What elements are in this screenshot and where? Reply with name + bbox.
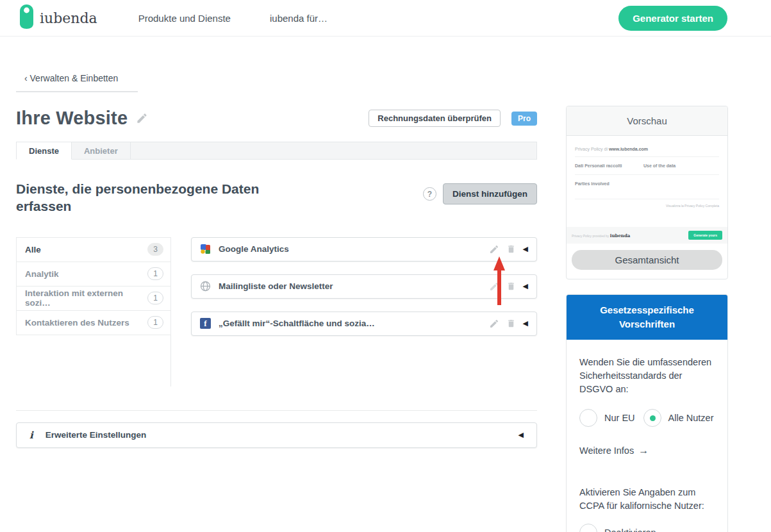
- tab-bar-filler: [131, 142, 537, 160]
- google-icon: [200, 244, 211, 254]
- delete-service-trash-icon[interactable]: [506, 244, 516, 254]
- right-sidebar: Vorschau Privacy Policy di www.iubenda.c…: [566, 106, 728, 532]
- services-area: Alle 3 Analytik 1 Interaktion mit extern…: [16, 237, 537, 387]
- facebook-icon: f: [200, 318, 211, 329]
- law-card-title: Gesetzesspezifische Vorschriften: [567, 295, 727, 340]
- help-icon[interactable]: ?: [423, 187, 436, 201]
- category-item-alle[interactable]: Alle 3: [17, 238, 170, 262]
- collapse-advanced-icon[interactable]: ◀: [518, 431, 524, 438]
- radio-label: Nur EU: [604, 413, 635, 423]
- ccpa-block: Aktivieren Sie Angaben zum CCPA für kali…: [579, 486, 715, 532]
- info-icon: i: [29, 429, 33, 441]
- generator-start-button[interactable]: Generator starten: [618, 6, 727, 31]
- tab-anbieter[interactable]: Anbieter: [72, 142, 131, 160]
- category-filter-column: Alle 3 Analytik 1 Interaktion mit extern…: [16, 237, 171, 387]
- column-divider: [16, 335, 171, 387]
- edit-service-pencil-icon[interactable]: [489, 244, 499, 254]
- category-count-badge: 1: [147, 267, 163, 280]
- category-count-badge: 1: [147, 316, 163, 329]
- collapse-row-icon[interactable]: ◀: [523, 245, 528, 253]
- service-list: Google Analytics ◀: [191, 237, 537, 387]
- law-settings-card: Gesetzesspezifische Vorschriften Wenden …: [566, 294, 728, 532]
- category-label: Interaktion mit externen sozi…: [25, 288, 147, 308]
- mini-generate-button: Generate yours: [688, 231, 722, 240]
- mini-policy-title: Privacy Policy di www.iubenda.com: [575, 147, 719, 157]
- radio-circle[interactable]: [643, 409, 661, 427]
- collapse-row-icon[interactable]: ◀: [523, 320, 528, 327]
- more-info-label: Weitere Infos: [579, 445, 634, 456]
- service-name: Google Analytics: [219, 244, 289, 254]
- radio-option-nur-eu[interactable]: Nur EU: [579, 409, 635, 427]
- edit-service-pencil-icon[interactable]: [489, 319, 499, 329]
- edit-title-pencil-icon[interactable]: [136, 112, 148, 124]
- tab-bar: Dienste Anbieter: [16, 142, 537, 160]
- service-row-like-button[interactable]: f „Gefällt mir“-Schaltfläche und sozia… …: [191, 312, 537, 336]
- advanced-settings-bar[interactable]: i Erweiterte Einstellungen ◀: [16, 422, 537, 448]
- mini-policy-meta: Visualizza la Privacy Policy Completa: [575, 199, 719, 208]
- page-title: Ihre Website: [16, 108, 128, 129]
- main-nav: Produkte und Dienste iubenda für…: [138, 13, 327, 24]
- mini-policy-parties: Parties involved: [575, 175, 719, 199]
- category-item-analytik[interactable]: Analytik 1: [17, 262, 170, 287]
- ccpa-question: Aktivieren Sie Angaben zum CCPA für kali…: [579, 486, 715, 513]
- mini-policy-columns: Dati Personali raccolti Use of the data: [575, 157, 719, 175]
- category-list: Alle 3 Analytik 1 Interaktion mit extern…: [16, 237, 171, 335]
- gdpr-block: Wenden Sie die umfassenderen Sicherheits…: [579, 356, 715, 456]
- radio-option-alle-nutzer[interactable]: Alle Nutzer: [643, 409, 714, 427]
- radio-circle[interactable]: [579, 524, 597, 532]
- globe-icon: [200, 281, 211, 292]
- mini-view-full-link: Visualizza la Privacy Policy Completa: [666, 204, 719, 208]
- category-label: Analytik: [25, 269, 59, 279]
- radio-option-deaktivieren[interactable]: Deaktivieren: [579, 524, 715, 532]
- radio-label: Alle Nutzer: [668, 413, 714, 423]
- delete-service-trash-icon[interactable]: [506, 319, 516, 328]
- nav-item-products[interactable]: Produkte und Dienste: [138, 13, 231, 24]
- category-item-kontaktieren[interactable]: Kontaktieren des Nutzers 1: [17, 311, 170, 335]
- top-navigation-bar: iubenda Produkte und Dienste iubenda für…: [0, 0, 771, 37]
- breadcrumb-back-link[interactable]: ‹ Verwalten & Einbetten: [16, 71, 138, 92]
- service-name: „Gefällt mir“-Schaltfläche und sozia…: [219, 319, 375, 328]
- service-row-google-analytics[interactable]: Google Analytics ◀: [191, 237, 537, 262]
- policy-mini-preview: Privacy Policy di www.iubenda.com Dati P…: [567, 136, 727, 244]
- preview-card-title: Vorschau: [567, 106, 727, 136]
- arrow-right-icon: →: [638, 445, 649, 456]
- service-name: Mailingliste oder Newsletter: [219, 281, 333, 291]
- tab-anbieter-label: Anbieter: [84, 146, 118, 156]
- title-row: Ihre Website Rechnungsdaten überprüfen P…: [16, 108, 537, 129]
- gdpr-question: Wenden Sie die umfassenderen Sicherheits…: [579, 356, 715, 396]
- iubenda-logo[interactable]: iubenda: [19, 4, 97, 32]
- radio-circle[interactable]: [579, 409, 597, 427]
- nav-item-iubenda-for[interactable]: iubenda für…: [270, 13, 327, 24]
- delete-service-trash-icon[interactable]: [506, 281, 516, 291]
- collapse-row-icon[interactable]: ◀: [523, 283, 528, 290]
- category-count-badge: 3: [147, 243, 163, 256]
- category-count-badge: 1: [147, 292, 163, 304]
- category-label: Alle: [25, 245, 41, 254]
- edit-service-pencil-icon[interactable]: [489, 281, 499, 292]
- service-row-mailing-list[interactable]: Mailingliste oder Newsletter ◀: [191, 274, 537, 299]
- tab-dienste[interactable]: Dienste: [16, 142, 72, 160]
- iubenda-logo-icon: [19, 4, 34, 32]
- services-section-title: Dienste, die personenbezogene Daten erfa…: [16, 180, 311, 215]
- full-view-button[interactable]: Gesamtansicht: [572, 250, 722, 270]
- category-item-interaktion[interactable]: Interaktion mit externen sozi… 1: [17, 287, 170, 311]
- gdpr-more-info-link[interactable]: Weitere Infos →: [579, 445, 715, 456]
- radio-label: Deaktivieren: [604, 528, 656, 532]
- category-label: Kontaktieren des Nutzers: [25, 318, 129, 328]
- mini-policy-footer: Privacy Policy provided by iubenda Gener…: [567, 227, 727, 244]
- preview-card: Vorschau Privacy Policy di www.iubenda.c…: [566, 106, 728, 279]
- tab-dienste-label: Dienste: [29, 146, 59, 156]
- services-section-header: Dienste, die personenbezogene Daten erfa…: [16, 180, 537, 215]
- pro-plan-badge: Pro: [511, 112, 537, 126]
- logo-wordmark: iubenda: [40, 10, 97, 26]
- main-content: ‹ Verwalten & Einbetten Ihre Website Rec…: [16, 71, 537, 448]
- advanced-settings-label: Erweiterte Einstellungen: [46, 430, 147, 440]
- billing-data-button[interactable]: Rechnungsdaten überprüfen: [369, 110, 501, 127]
- section-divider: [16, 410, 537, 411]
- add-service-button[interactable]: Dienst hinzufügen: [443, 183, 537, 204]
